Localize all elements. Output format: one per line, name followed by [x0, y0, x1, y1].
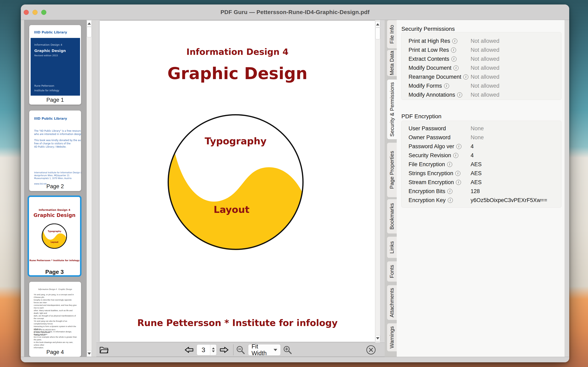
- viewer-scrollbar-thumb[interactable]: [375, 27, 380, 39]
- property-value: Not allowed: [471, 36, 499, 45]
- thumbnail-page-3-selected[interactable]: Information Design 4 Graphic Design Typo…: [27, 196, 81, 277]
- thumb1-series: Information Design 4: [34, 43, 62, 46]
- info-icon[interactable]: i: [452, 39, 457, 44]
- property-row: Password Algo veri4: [402, 142, 561, 151]
- info-icon[interactable]: i: [456, 144, 461, 149]
- page-number-stepper[interactable]: [210, 345, 216, 355]
- security-permissions-title: Security Permissions: [401, 26, 455, 32]
- close-window-button[interactable]: [24, 10, 29, 15]
- info-icon[interactable]: i: [451, 48, 456, 53]
- property-label: Security Revisioni: [408, 151, 458, 160]
- sidebar-scroll-down-button[interactable]: [87, 350, 92, 357]
- property-value: y6Oz5bOixpeC3vPEXrF5Xw==: [471, 196, 547, 205]
- property-label: User Password: [408, 124, 446, 133]
- property-row: Rearrange DocumentiNot allowed: [402, 72, 561, 81]
- next-page-button[interactable]: [220, 346, 229, 353]
- thumb2-imprint: International Institute for Information …: [34, 171, 81, 180]
- tab-security-permissions[interactable]: Security & Permissions: [387, 79, 397, 140]
- property-label-text: Rearrange Document: [408, 74, 461, 80]
- property-row: Encryption Bitsi128: [402, 187, 561, 196]
- viewer-scrollbar[interactable]: [375, 20, 380, 342]
- viewer-scroll-up-button[interactable]: [375, 21, 380, 27]
- pdf-encryption-title: PDF Encryption: [401, 113, 441, 120]
- property-label: Rearrange Documenti: [408, 72, 468, 81]
- stepper-down-icon[interactable]: [212, 350, 215, 352]
- minimize-window-button[interactable]: [33, 10, 38, 15]
- info-icon[interactable]: i: [453, 153, 458, 158]
- thumbnail-page-1[interactable]: IIID Public Library Information Design 4…: [29, 25, 81, 105]
- info-icon[interactable]: i: [447, 189, 452, 194]
- stepper-up-icon[interactable]: [212, 347, 215, 349]
- tab-warnings[interactable]: Warnings: [387, 323, 397, 351]
- pdf-encryption-box: User PasswordNoneOwner PasswordNonePassw…: [401, 121, 562, 208]
- info-icon[interactable]: i: [447, 162, 452, 167]
- info-icon[interactable]: i: [463, 75, 468, 80]
- thumb3-yinyang-icon: [42, 224, 67, 249]
- tab-label: Links: [389, 241, 395, 254]
- property-value: Not allowed: [471, 45, 499, 54]
- text-line: designforum Wien, MQ/quartier 21: [34, 174, 81, 177]
- thumb3-series: Information Design 4: [29, 208, 80, 211]
- tab-attachments[interactable]: Attachments: [387, 285, 397, 320]
- pdf-page-3: Information Design 4 Graphic Design Typo…: [100, 21, 375, 342]
- page-number-field[interactable]: 3: [197, 344, 217, 355]
- thumb2-paragraph-2: This book was kindly donated by the auth…: [34, 139, 81, 149]
- info-icon[interactable]: i: [451, 57, 457, 62]
- property-row: Print at High ResiNot allowed: [402, 36, 561, 45]
- tab-links[interactable]: Links: [387, 236, 397, 258]
- info-icon[interactable]: i: [455, 171, 460, 176]
- info-icon[interactable]: i: [456, 180, 461, 185]
- thumbnail-page-4[interactable]: Information Design 4 · Graphic Design Yi…: [29, 282, 81, 357]
- property-label: Owner Password: [408, 133, 450, 142]
- property-label-text: Modify Forms: [408, 83, 442, 89]
- tab-meta-data[interactable]: Meta Data: [387, 50, 397, 76]
- property-label: Encryption Keyi: [408, 196, 453, 205]
- toolbar-divider: [233, 344, 233, 355]
- thumb4-imprint: ISBN 978-91-85333-09-0© Rune PetterssonT…: [34, 328, 55, 336]
- property-value: AES: [471, 160, 482, 169]
- zoom-mode-dropdown[interactable]: Fit Width: [248, 344, 281, 356]
- close-document-button[interactable]: [365, 344, 376, 355]
- tab-page-properties[interactable]: Page Properties: [387, 142, 397, 197]
- sidebar-scroll-up-button[interactable]: [87, 20, 92, 27]
- thumb3-typography-label: Typography: [29, 230, 80, 233]
- thumb3-title: Graphic Design: [29, 212, 80, 218]
- zoom-window-button[interactable]: [41, 10, 46, 15]
- sidebar-scrollbar[interactable]: [86, 20, 92, 357]
- thumb1-edition: Revised edition 2015: [34, 54, 58, 57]
- property-value: Not allowed: [471, 63, 499, 72]
- open-file-button[interactable]: [99, 345, 109, 355]
- tab-file-info[interactable]: File Info: [387, 20, 397, 49]
- tab-bookmarks[interactable]: Bookmarks: [387, 199, 397, 234]
- property-row: Owner PasswordNone: [402, 133, 561, 142]
- viewer-scroll-down-button[interactable]: [375, 335, 380, 341]
- sidebar-scrollbar-thumb[interactable]: [87, 27, 92, 37]
- doc-main-title: Graphic Design: [100, 64, 375, 83]
- up-arrow-icon: [87, 22, 91, 25]
- thumb4-body: Yin and yang, or yin-yang, is a concept …: [34, 293, 77, 349]
- property-label-text: Extract Contents: [408, 56, 449, 62]
- info-icon[interactable]: i: [444, 83, 449, 89]
- info-icon[interactable]: i: [457, 92, 462, 98]
- info-icon[interactable]: i: [453, 66, 458, 71]
- text-line: Yin and yang can also be thought of as c…: [34, 320, 77, 325]
- previous-page-button[interactable]: [185, 346, 194, 353]
- tab-label: Page Properties: [389, 151, 395, 189]
- text-line: © Rune Pettersson: [34, 331, 55, 334]
- text-line: In this book drawings and photos are my …: [34, 341, 77, 346]
- thumb1-title: Graphic Design: [34, 49, 66, 53]
- text-line: IID Public Library / Website.: [34, 145, 81, 149]
- traffic-lights: [24, 10, 46, 15]
- page-3-label: Page 3: [29, 269, 80, 275]
- page-number-value[interactable]: 3: [197, 345, 210, 355]
- info-icon[interactable]: i: [448, 198, 453, 203]
- zoom-out-button[interactable]: [236, 345, 246, 355]
- text-line: other. Many natural dualities, such as l…: [34, 309, 77, 314]
- zoom-in-button[interactable]: [283, 345, 293, 355]
- property-value: Not allowed: [471, 90, 499, 99]
- tab-fonts[interactable]: Fonts: [387, 261, 397, 282]
- titlebar[interactable]: PDF Guru — Pettersson-Rune-ID4-Graphic-D…: [21, 4, 569, 20]
- thumbnail-page-2[interactable]: IIID Public Library The "IID Public Libr…: [29, 110, 81, 191]
- property-label-text: Encryption Bits: [408, 188, 445, 194]
- text-line: who are interested in information design…: [34, 133, 81, 136]
